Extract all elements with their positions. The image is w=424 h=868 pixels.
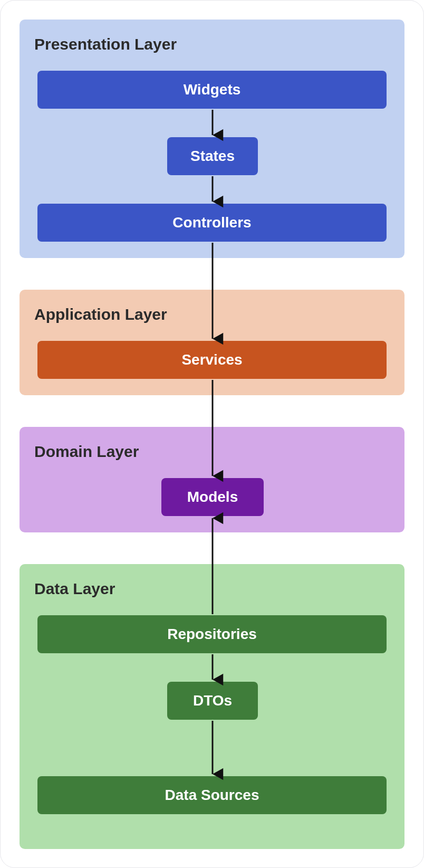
data-layer-title: Data Layer [34, 580, 115, 598]
domain-layer-title: Domain Layer [34, 443, 139, 461]
application-layer-title: Application Layer [34, 306, 167, 323]
states-node: States [167, 137, 258, 175]
dtos-node: DTOs [167, 682, 258, 720]
models-node: Models [161, 478, 264, 516]
widgets-node: Widgets [37, 71, 387, 109]
repositories-node: Repositories [37, 615, 387, 653]
presentation-layer-title: Presentation Layer [34, 35, 177, 53]
architecture-diagram: Presentation Layer Widgets States Contro… [0, 0, 424, 868]
data-sources-node: Data Sources [37, 776, 387, 814]
controllers-node: Controllers [37, 204, 387, 242]
services-node: Services [37, 341, 387, 379]
